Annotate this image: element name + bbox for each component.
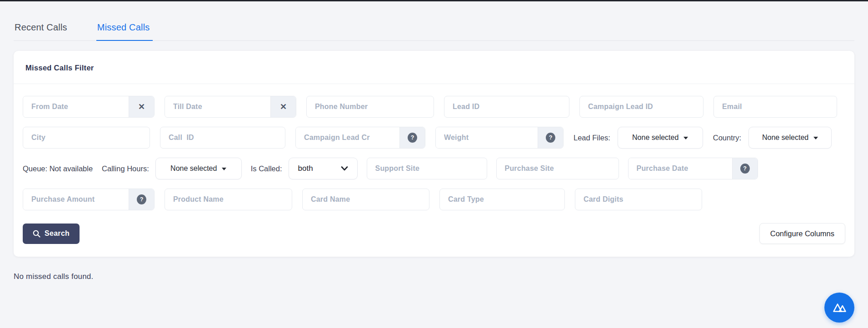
purchase-amount-input[interactable] [23,189,129,210]
country-dropdown[interactable]: None selected [748,127,832,149]
weight-group: ? [435,127,564,149]
card-name-input[interactable] [302,189,429,210]
filter-actions-row: Search Configure Columns [23,223,845,244]
filter-row-4: ? [23,189,845,210]
weight-input[interactable] [436,127,538,148]
filter-card-title: Missed Calls Filter [25,64,94,72]
is-called-label: Is Called: [251,164,282,173]
till-date-clear-button[interactable]: ✕ [270,96,296,117]
city-input[interactable] [23,127,150,149]
email-input[interactable] [713,96,837,118]
product-name-input[interactable] [165,189,292,210]
purchase-site-input[interactable] [496,158,619,179]
purchase-date-group: ? [628,158,758,179]
country-label: Country: [713,134,741,142]
filter-row-3: Queue: Not available Calling Hours: None… [23,158,845,179]
search-button[interactable]: Search [23,224,80,244]
till-date-group: ✕ [165,96,296,118]
calling-hours-dropdown[interactable]: None selected [155,158,242,179]
missed-calls-filter-card: Missed Calls Filter ✕ ✕ [14,51,854,257]
close-icon: ✕ [280,103,287,111]
purchase-amount-group: ? [23,189,155,210]
search-button-label: Search [45,229,70,238]
lead-files-label: Lead Files: [574,134,610,142]
tab-recent-calls[interactable]: Recent Calls [14,20,70,40]
filter-row-2: ? ? Lead Files: None selected Country: N… [23,127,845,149]
campaign-lead-cr-help[interactable]: ? [399,127,425,148]
twin-peaks-logo-icon [832,302,847,313]
weight-help[interactable]: ? [538,127,563,148]
campaign-lead-cr-group: ? [295,127,425,149]
help-icon: ? [137,194,146,204]
search-icon [33,230,40,238]
card-type-input[interactable] [439,189,565,210]
phone-number-input[interactable] [306,96,434,118]
help-icon: ? [740,164,750,174]
from-date-input[interactable] [23,96,129,117]
filter-row-1: ✕ ✕ [23,96,845,118]
caret-down-icon [683,137,688,139]
floating-action-button[interactable] [824,293,854,323]
lead-files-dropdown-value: None selected [632,134,678,142]
purchase-date-help[interactable]: ? [732,158,758,179]
help-icon: ? [546,133,555,143]
support-site-input[interactable] [367,158,487,179]
is-called-select-value: both [298,164,313,173]
queue-status-text: Queue: Not available [23,164,93,173]
configure-columns-button[interactable]: Configure Columns [759,223,845,244]
call-id-input[interactable] [160,127,285,149]
filter-card-body: ✕ ✕ ? [14,84,854,257]
help-icon: ? [408,133,417,143]
close-icon: ✕ [138,103,145,111]
tab-missed-calls[interactable]: Missed Calls [96,20,153,41]
chevron-down-icon [341,166,348,171]
caret-down-icon [222,168,226,170]
card-digits-input[interactable] [575,189,702,210]
caret-down-icon [813,137,818,139]
from-date-group: ✕ [23,96,155,118]
purchase-amount-help[interactable]: ? [129,189,154,210]
tab-bar: Recent Calls Missed Calls [14,1,854,41]
calling-hours-dropdown-value: None selected [170,164,217,173]
campaign-lead-cr-input[interactable] [296,127,399,148]
lead-id-input[interactable] [444,96,569,118]
till-date-input[interactable] [165,96,270,117]
purchase-date-input[interactable] [629,158,732,179]
campaign-lead-id-input[interactable] [579,96,703,118]
from-date-clear-button[interactable]: ✕ [129,96,154,117]
lead-files-dropdown[interactable]: None selected [618,127,703,149]
empty-state-message: No missed calls found. [14,272,854,281]
filter-card-header: Missed Calls Filter [14,51,854,84]
country-dropdown-value: None selected [762,134,808,142]
is-called-select[interactable]: both [289,158,358,179]
calling-hours-label: Calling Hours: [102,164,149,173]
